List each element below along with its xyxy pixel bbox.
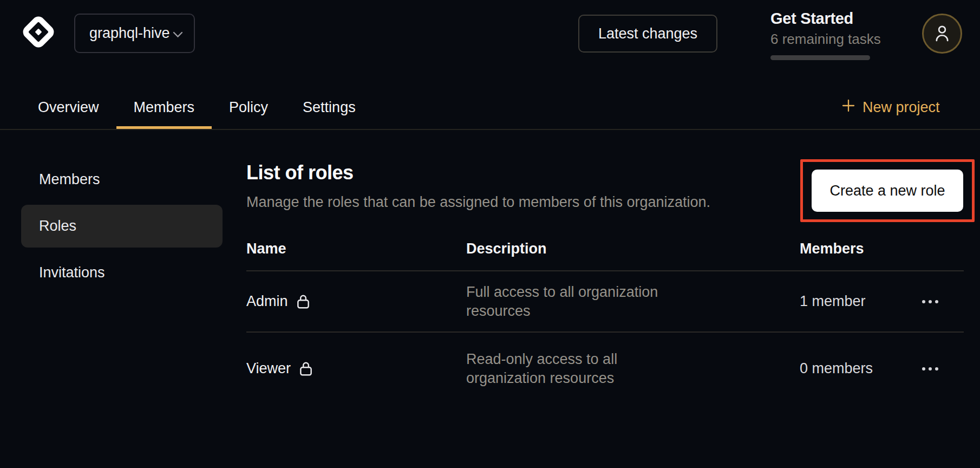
role-menu-button[interactable] — [919, 295, 942, 309]
role-menu-button[interactable] — [919, 362, 942, 376]
new-project-label: New project — [863, 99, 940, 116]
tab-overview[interactable]: Overview — [21, 99, 116, 129]
new-project-button[interactable]: New project — [838, 98, 943, 117]
get-started-title: Get Started — [770, 10, 870, 28]
role-member-count: 1 member — [800, 293, 919, 310]
latest-changes-button[interactable]: Latest changes — [578, 15, 717, 53]
roles-table-header: Name Description Members — [246, 227, 964, 271]
org-tabs: Overview Members Policy Settings — [21, 99, 373, 129]
hive-logo-icon[interactable] — [21, 14, 56, 50]
lock-icon — [297, 294, 310, 309]
user-icon — [932, 23, 952, 45]
get-started-progressbar — [770, 55, 870, 60]
roles-table: Name Description Members Admin Full acce… — [246, 227, 964, 405]
table-row-viewer[interactable]: Viewer Read-only access to all organizat… — [246, 333, 964, 405]
avatar[interactable] — [922, 14, 962, 54]
ellipsis-icon — [922, 300, 925, 303]
table-row-admin[interactable]: Admin Full access to all organization re… — [246, 271, 964, 333]
org-name: graphql-hive — [89, 25, 170, 42]
get-started-subtitle: 6 remaining tasks — [770, 31, 870, 48]
sidebar-item-invitations[interactable]: Invitations — [21, 251, 223, 294]
page-subtitle: Manage the roles that can be assigned to… — [246, 194, 710, 211]
role-name: Viewer — [246, 360, 291, 377]
org-switcher-dropdown[interactable]: graphql-hive — [74, 14, 195, 53]
header-divider — [0, 129, 980, 130]
plus-icon — [841, 99, 855, 116]
members-sidebar: Members Roles Invitations — [21, 158, 223, 298]
sidebar-item-members[interactable]: Members — [21, 158, 223, 201]
role-description: Read-only access to all organization res… — [466, 350, 699, 388]
create-role-button[interactable]: Create a new role — [812, 170, 963, 212]
page-title: List of roles — [246, 161, 354, 184]
app-root: graphql-hive Latest changes Get Started … — [0, 0, 980, 468]
chevron-down-icon — [173, 25, 183, 42]
tab-policy[interactable]: Policy — [212, 99, 285, 129]
tab-settings[interactable]: Settings — [285, 99, 373, 129]
column-header-name: Name — [246, 240, 466, 257]
role-name: Admin — [246, 293, 288, 310]
annotation-highlight-box: Create a new role — [800, 159, 975, 222]
column-header-members: Members — [800, 240, 919, 257]
lock-icon — [299, 361, 312, 376]
get-started-widget[interactable]: Get Started 6 remaining tasks — [770, 10, 870, 60]
role-description: Full access to all organization resource… — [466, 283, 699, 321]
ellipsis-icon — [922, 367, 925, 370]
column-header-description: Description — [466, 240, 800, 257]
role-member-count: 0 members — [800, 360, 919, 377]
sidebar-item-roles[interactable]: Roles — [21, 205, 223, 248]
tab-members[interactable]: Members — [116, 99, 212, 129]
